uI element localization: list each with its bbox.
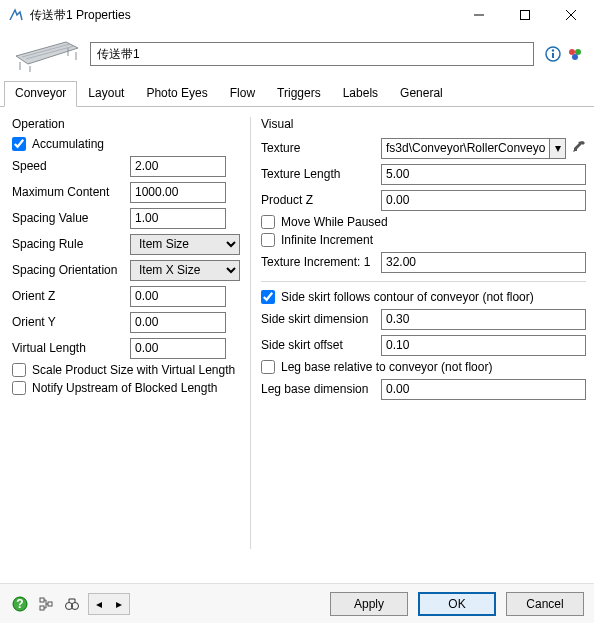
sideskirt-checkbox[interactable] (261, 290, 275, 304)
maxcontent-label: Maximum Content (12, 185, 130, 199)
spacingvalue-input[interactable] (130, 208, 226, 229)
orienty-label: Orient Y (12, 315, 130, 329)
svg-rect-13 (552, 53, 554, 58)
orientz-label: Orient Z (12, 289, 130, 303)
tab-photoeyes[interactable]: Photo Eyes (135, 81, 218, 107)
legrel-checkbox[interactable] (261, 360, 275, 374)
nav-group: ◂ ▸ (88, 593, 130, 615)
maxcontent-input[interactable] (130, 182, 226, 203)
orienty-input[interactable] (130, 312, 226, 333)
accumulating-checkbox[interactable] (12, 137, 26, 151)
maximize-button[interactable] (502, 0, 548, 30)
binoculars-icon[interactable] (62, 594, 82, 614)
window-title: 传送带1 Properties (30, 7, 456, 24)
operation-group: Operation Accumulating Speed Maximum Con… (12, 117, 251, 549)
texture-select[interactable]: fs3d\Conveyor\RollerConveyo (381, 138, 550, 159)
conveyor-icon (10, 36, 80, 72)
scale-checkbox[interactable] (12, 363, 26, 377)
spacingorient-label: Spacing Orientation (12, 263, 130, 277)
svg-rect-19 (40, 598, 44, 602)
svg-point-15 (575, 49, 581, 55)
visual-group: Visual Texture fs3d\Conveyor\RollerConve… (251, 117, 586, 549)
sideskirt-label: Side skirt follows contour of conveyor (… (281, 290, 534, 304)
tab-general[interactable]: General (389, 81, 454, 107)
tab-bar: Conveyor Layout Photo Eyes Flow Triggers… (0, 80, 594, 107)
texture-label: Texture (261, 141, 381, 155)
ok-button[interactable]: OK (418, 592, 496, 616)
legdim-label: Leg base dimension (261, 382, 381, 396)
svg-point-14 (569, 49, 575, 55)
tab-flow[interactable]: Flow (219, 81, 266, 107)
info-icon[interactable] (544, 45, 562, 63)
movepaused-checkbox[interactable] (261, 215, 275, 229)
apply-button[interactable]: Apply (330, 592, 408, 616)
svg-text:?: ? (16, 597, 23, 611)
object-name-input[interactable] (90, 42, 534, 66)
eyedropper-icon[interactable] (572, 140, 586, 157)
minimize-button[interactable] (456, 0, 502, 30)
color-icon[interactable] (566, 45, 584, 63)
skirtoff-label: Side skirt offset (261, 338, 381, 352)
svg-point-16 (572, 54, 578, 60)
infincr-label: Infinite Increment (281, 233, 373, 247)
divider (261, 281, 586, 282)
speed-label: Speed (12, 159, 130, 173)
operation-title: Operation (12, 117, 240, 131)
texlen-input[interactable] (381, 164, 586, 185)
spacingorient-select[interactable]: Item X Size (130, 260, 240, 281)
texincr-input[interactable] (381, 252, 586, 273)
prodz-label: Product Z (261, 193, 381, 207)
nav-prev-button[interactable]: ◂ (89, 594, 109, 614)
footer: ? ◂ ▸ Apply OK Cancel (0, 583, 594, 623)
object-header (0, 30, 594, 80)
infincr-checkbox[interactable] (261, 233, 275, 247)
legdim-input[interactable] (381, 379, 586, 400)
speed-input[interactable] (130, 156, 226, 177)
app-icon (8, 7, 24, 23)
tab-triggers[interactable]: Triggers (266, 81, 332, 107)
virtuallen-input[interactable] (130, 338, 226, 359)
spacingvalue-label: Spacing Value (12, 211, 130, 225)
tab-labels[interactable]: Labels (332, 81, 389, 107)
titlebar: 传送带1 Properties (0, 0, 594, 30)
orientz-input[interactable] (130, 286, 226, 307)
notify-label: Notify Upstream of Blocked Length (32, 381, 217, 395)
skirtoff-input[interactable] (381, 335, 586, 356)
skirtdim-input[interactable] (381, 309, 586, 330)
texlen-label: Texture Length (261, 167, 381, 181)
svg-rect-21 (48, 602, 52, 606)
nav-next-button[interactable]: ▸ (109, 594, 129, 614)
svg-point-12 (552, 49, 554, 51)
virtuallen-label: Virtual Length (12, 341, 130, 355)
accumulating-label: Accumulating (32, 137, 104, 151)
tab-conveyor[interactable]: Conveyor (4, 81, 77, 107)
spacingrule-select[interactable]: Item Size (130, 234, 240, 255)
tree-icon[interactable] (36, 594, 56, 614)
notify-checkbox[interactable] (12, 381, 26, 395)
svg-rect-20 (40, 606, 44, 610)
scale-label: Scale Product Size with Virtual Length (32, 363, 235, 377)
texture-dropdown-icon[interactable]: ▾ (550, 138, 566, 159)
texincr-label: Texture Increment: 1 (261, 255, 381, 269)
close-button[interactable] (548, 0, 594, 30)
spacingrule-label: Spacing Rule (12, 237, 130, 251)
legrel-label: Leg base relative to conveyor (not floor… (281, 360, 492, 374)
prodz-input[interactable] (381, 190, 586, 211)
help-icon[interactable]: ? (10, 594, 30, 614)
visual-title: Visual (261, 117, 586, 131)
movepaused-label: Move While Paused (281, 215, 388, 229)
skirtdim-label: Side skirt dimension (261, 312, 381, 326)
tab-layout[interactable]: Layout (77, 81, 135, 107)
tab-body: Operation Accumulating Speed Maximum Con… (0, 107, 594, 557)
cancel-button[interactable]: Cancel (506, 592, 584, 616)
svg-rect-1 (521, 11, 530, 20)
